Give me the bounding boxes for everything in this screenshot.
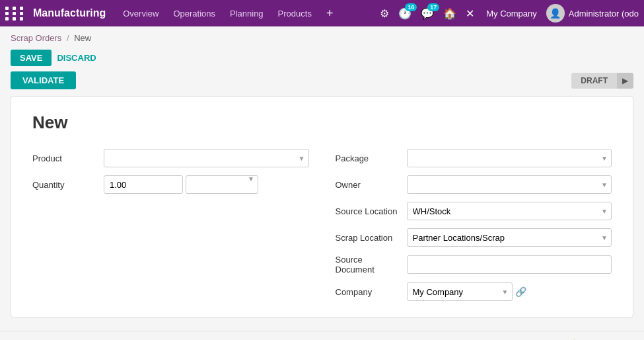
nav-planning[interactable]: Planning — [223, 6, 270, 21]
main-card: New Product ▼ Quantity — [11, 96, 633, 318]
nav-overview[interactable]: Overview — [116, 6, 165, 21]
home-icon[interactable]: 🏠 — [441, 5, 459, 22]
unit-select[interactable] — [186, 175, 258, 194]
bottom-bar: Send message Log note 🔔 0 Follow ▶ — [0, 331, 644, 340]
product-row: Product ▼ — [32, 149, 309, 167]
discard-button[interactable]: DISCARD — [57, 53, 96, 63]
unit-select-wrap: ▼ — [186, 175, 258, 194]
scrap-location-select[interactable]: Partner Locations/Scrap — [407, 228, 612, 247]
username-label: Administrator (odo — [569, 9, 639, 19]
owner-select[interactable] — [407, 175, 612, 194]
company-label: My Company — [486, 9, 537, 19]
source-location-label: Source Location — [336, 206, 402, 216]
nav-products[interactable]: Products — [271, 6, 318, 21]
breadcrumb-current: New — [74, 33, 91, 43]
quantity-row: Quantity ▼ — [32, 175, 309, 194]
top-nav: Overview Operations Planning Products — [116, 6, 318, 21]
company-select-wrap: My Company ▼ — [407, 282, 513, 301]
settings-icon[interactable]: ⚙ — [377, 5, 392, 22]
product-label: Product — [32, 153, 98, 163]
topbar-right: ⚙ 🕐 16 💬 17 🏠 ✕ My Company 👤 Administrat… — [377, 4, 639, 22]
source-location-select-wrap: WH/Stock ▼ — [407, 202, 612, 220]
form-body: Product ▼ Quantity ▼ — [32, 149, 612, 301]
product-input[interactable] — [104, 149, 309, 167]
owner-label: Owner — [336, 180, 402, 190]
clock-badge: 16 — [405, 3, 417, 11]
package-label: Package — [336, 153, 402, 163]
add-menu-button[interactable]: + — [321, 7, 339, 21]
source-location-select[interactable]: WH/Stock — [407, 202, 612, 220]
scrap-location-select-wrap: Partner Locations/Scrap ▼ — [407, 228, 612, 247]
package-row: Package ▼ — [336, 149, 612, 167]
company-select[interactable]: My Company — [407, 282, 513, 301]
status-arrow: ▶ — [617, 73, 633, 89]
product-select-wrap: ▼ — [104, 149, 309, 167]
quantity-label: Quantity — [32, 180, 98, 190]
action-bar: SAVE DISCARD — [0, 47, 644, 71]
form-left: Product ▼ Quantity ▼ — [32, 149, 309, 301]
owner-select-wrap: ▼ — [407, 175, 612, 194]
form-title: New — [32, 112, 612, 133]
status-bar: DRAFT ▶ — [571, 73, 633, 89]
source-document-input[interactable] — [407, 255, 612, 274]
company-row: Company My Company ▼ 🔗 — [336, 282, 612, 301]
source-document-row: Source Document — [336, 255, 612, 275]
chat-badge: 17 — [427, 3, 439, 11]
breadcrumb: Scrap Orders / New — [0, 26, 644, 47]
company-label: Company — [336, 287, 402, 297]
brand-title: Manufacturing — [33, 7, 106, 19]
topbar: Manufacturing Overview Operations Planni… — [0, 0, 644, 26]
apps-menu[interactable] — [5, 7, 25, 21]
chat-icon[interactable]: 💬 17 — [418, 5, 437, 22]
clock-icon[interactable]: 🕐 16 — [396, 5, 414, 22]
avatar[interactable]: 👤 — [546, 4, 565, 22]
scrap-location-label: Scrap Location — [336, 233, 402, 243]
owner-row: Owner ▼ — [336, 175, 612, 194]
source-document-label: Source Document — [336, 255, 402, 275]
save-button[interactable]: SAVE — [11, 50, 52, 66]
quantity-field-group: ▼ — [104, 175, 258, 194]
validate-bar: VALIDATE DRAFT ▶ — [0, 71, 644, 96]
status-draft: DRAFT — [571, 73, 617, 89]
source-location-row: Source Location WH/Stock ▼ — [336, 202, 612, 220]
package-select[interactable] — [407, 149, 612, 167]
validate-button[interactable]: VALIDATE — [11, 71, 76, 89]
company-field-group: My Company ▼ 🔗 — [407, 282, 526, 301]
package-select-wrap: ▼ — [407, 149, 612, 167]
nav-operations[interactable]: Operations — [166, 6, 222, 21]
form-right: Package ▼ Owner ▼ — [336, 149, 612, 301]
breadcrumb-sep: / — [67, 33, 69, 43]
scrap-location-row: Scrap Location Partner Locations/Scrap ▼ — [336, 228, 612, 247]
company-external-link-icon[interactable]: 🔗 — [515, 286, 526, 297]
quantity-input[interactable] — [104, 175, 183, 194]
close-icon[interactable]: ✕ — [463, 5, 477, 22]
breadcrumb-parent[interactable]: Scrap Orders — [11, 33, 61, 43]
